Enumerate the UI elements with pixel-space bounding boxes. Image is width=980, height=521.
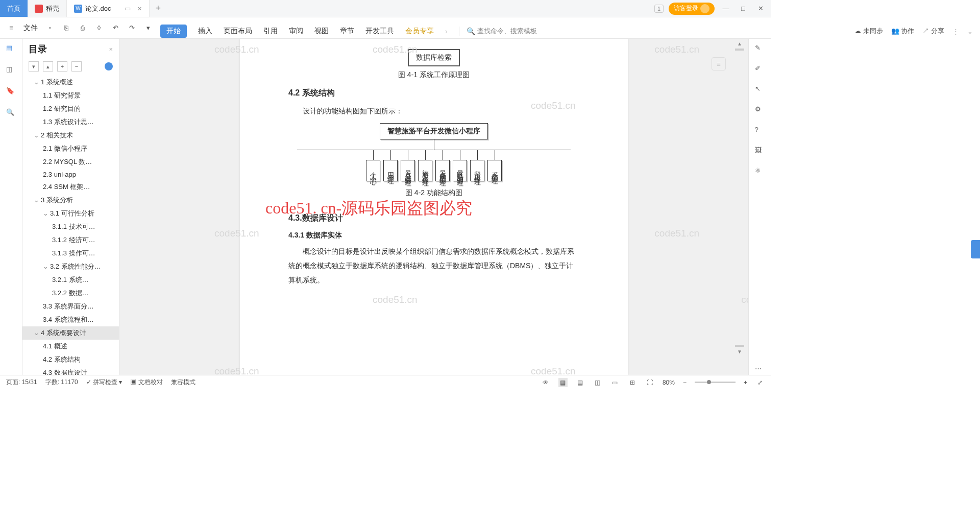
outline-item[interactable]: ⌄4 系统概要设计 <box>22 326 119 340</box>
zoom-slider[interactable] <box>695 382 736 383</box>
tab-home[interactable]: 首页 <box>0 0 28 17</box>
body-text: 设计的功能结构图如下图所示： <box>288 104 579 118</box>
document-area[interactable]: code51.cn code51.cn code51.cn code51.cn … <box>119 39 748 375</box>
tag-icon[interactable]: ◫ <box>6 65 16 76</box>
zoom-in-icon[interactable]: + <box>744 379 747 386</box>
hierarchy-node: 用户管理 <box>383 160 398 181</box>
help-icon[interactable]: ? <box>755 126 765 136</box>
outline-item[interactable]: 2.4 SSM 框架… <box>22 180 119 194</box>
ribbon-reference[interactable]: 引用 <box>263 27 278 36</box>
eye-icon[interactable]: 👁 <box>541 378 550 387</box>
find-icon[interactable]: 🔍 <box>6 108 16 119</box>
badge-1-icon[interactable]: 1 <box>654 5 664 13</box>
style-icon[interactable]: ✎ <box>755 44 765 54</box>
remove-icon[interactable]: − <box>71 61 82 72</box>
ribbon-start[interactable]: 开始 <box>160 25 187 38</box>
outline-item[interactable]: ⌄3 系统分析 <box>22 194 119 207</box>
file-menu[interactable]: 文件 <box>21 23 40 33</box>
view5-icon[interactable]: ⊞ <box>628 378 637 387</box>
image-icon[interactable]: 🖼 <box>755 146 765 156</box>
outline-item[interactable]: 3.2.2 数据… <box>22 287 119 300</box>
sync-badge-icon[interactable] <box>105 62 113 70</box>
panel-toggle-icon[interactable]: ≡ <box>712 57 726 70</box>
search-input[interactable]: 🔍 查找命令、搜索模板 <box>459 27 537 36</box>
zoom-level[interactable]: 80% <box>663 379 675 386</box>
spell-check[interactable]: ✓ 拼写检查 ▾ <box>86 378 122 387</box>
tab-daoke[interactable]: 稻壳 <box>28 0 67 17</box>
ribbon-view[interactable]: 视图 <box>314 27 329 36</box>
cursor-icon[interactable]: ↖ <box>755 85 765 95</box>
close-panel-icon[interactable]: × <box>109 45 113 53</box>
view2-icon[interactable]: ▤ <box>576 378 585 387</box>
maximize-icon[interactable]: □ <box>737 3 749 15</box>
outline-list[interactable]: ⌄1 系统概述1.1 研究背景1.2 研究目的1.3 系统设计思…⌄2 相关技术… <box>22 74 119 375</box>
page-indicator[interactable]: 页面: 15/31 <box>6 378 37 387</box>
proof[interactable]: ▣ 文档校对 <box>130 378 162 387</box>
outline-item[interactable]: 3.4 系统流程和… <box>22 313 119 326</box>
outline-item[interactable]: 4.2 系统结构 <box>22 353 119 366</box>
outline-item[interactable]: 2.3 uni-app <box>22 169 119 180</box>
outline-item[interactable]: 2.1 微信小程序 <box>22 142 119 155</box>
dropdown-icon[interactable]: ▾ <box>142 22 154 34</box>
outline-item[interactable]: ⌄1 系统概述 <box>22 76 119 89</box>
view1-icon[interactable]: ▦ <box>558 378 568 387</box>
outline-item[interactable]: 1.1 研究背景 <box>22 89 119 102</box>
ribbon-chapter[interactable]: 章节 <box>340 27 354 36</box>
outline-icon[interactable]: ▤ <box>6 44 16 54</box>
scroll-bottom[interactable]: ▼ <box>732 345 747 354</box>
close-icon[interactable]: × <box>138 5 142 13</box>
close-window-icon[interactable]: ✕ <box>754 3 767 15</box>
outline-title: 目录 <box>29 43 47 55</box>
outline-item[interactable]: 4.1 概述 <box>22 340 119 353</box>
ribbon: 开始 插入 页面布局 引用 审阅 视图 章节 开发工具 会员专享 › 🔍 查找命… <box>153 21 771 41</box>
outline-item[interactable]: 2.2 MYSQL 数… <box>22 155 119 169</box>
tab-document[interactable]: W 论文.doc ▭ × <box>67 0 150 17</box>
gear-icon[interactable]: ⚛ <box>755 167 765 177</box>
outline-item[interactable]: 3.1.1 技术可… <box>22 220 119 233</box>
save-icon[interactable]: ▫ <box>44 22 56 34</box>
outline-panel: 目录 × ▾ ▴ + − ⌄1 系统概述1.1 研究背景1.2 研究目的1.3 … <box>22 39 119 375</box>
outline-item[interactable]: 3.3 系统界面分… <box>22 300 119 313</box>
fit-icon[interactable]: ⛶ <box>645 378 654 387</box>
bookmark-icon[interactable]: 🔖 <box>6 87 16 97</box>
outline-item[interactable]: ⌄3.2 系统性能分… <box>22 260 119 273</box>
outline-item[interactable]: ⌄3.1 可行性分析 <box>22 207 119 220</box>
redo-icon[interactable]: ↷ <box>126 22 138 34</box>
edit-icon[interactable]: ✐ <box>755 64 765 75</box>
word-count[interactable]: 字数: 11170 <box>45 378 78 387</box>
scroll-top[interactable]: ▲ <box>732 41 747 51</box>
preview-icon[interactable]: ◊ <box>93 22 105 34</box>
menu-icon[interactable]: ≡ <box>5 22 17 34</box>
ribbon-insert[interactable]: 插入 <box>198 27 212 36</box>
ribbon-vip[interactable]: 会员专享 <box>405 27 434 36</box>
outline-item[interactable]: 1.2 研究目的 <box>22 102 119 115</box>
screen-icon[interactable]: ▭ <box>125 5 131 12</box>
expand-icon[interactable]: ⤢ <box>755 378 765 387</box>
outline-item[interactable]: 3.1.3 操作可… <box>22 247 119 260</box>
add-tab-button[interactable]: + <box>150 0 167 17</box>
collapse-all-icon[interactable]: ▾ <box>29 61 39 72</box>
outline-item[interactable]: 3.1.2 经济可… <box>22 233 119 247</box>
compat-mode[interactable]: 兼容模式 <box>171 378 195 387</box>
minimize-icon[interactable]: — <box>720 3 732 15</box>
zoom-out-icon[interactable]: − <box>683 379 687 386</box>
chevron-right-icon[interactable]: › <box>445 27 448 35</box>
ribbon-layout[interactable]: 页面布局 <box>224 27 252 36</box>
view4-icon[interactable]: ▭ <box>610 378 620 387</box>
add-icon[interactable]: + <box>57 61 67 72</box>
outline-item[interactable]: ⌄2 相关技术 <box>22 129 119 142</box>
outline-item[interactable]: 4.3 数据库设计 <box>22 366 119 375</box>
view3-icon[interactable]: ◫ <box>593 378 602 387</box>
watermark: code51.cn <box>531 366 576 375</box>
settings-icon[interactable]: ⚙ <box>755 105 765 115</box>
ribbon-devtools[interactable]: 开发工具 <box>365 27 394 36</box>
outline-item[interactable]: 1.3 系统设计思… <box>22 115 119 129</box>
more-icon[interactable]: ⋯ <box>755 365 765 375</box>
saveas-icon[interactable]: ⎘ <box>60 22 72 34</box>
expand-all-icon[interactable]: ▴ <box>43 61 53 72</box>
print-icon[interactable]: ⎙ <box>77 22 89 34</box>
ribbon-review[interactable]: 审阅 <box>289 27 303 36</box>
login-button[interactable]: 访客登录 <box>669 3 715 15</box>
outline-item[interactable]: 3.2.1 系统… <box>22 273 119 287</box>
undo-icon[interactable]: ↶ <box>109 22 121 34</box>
